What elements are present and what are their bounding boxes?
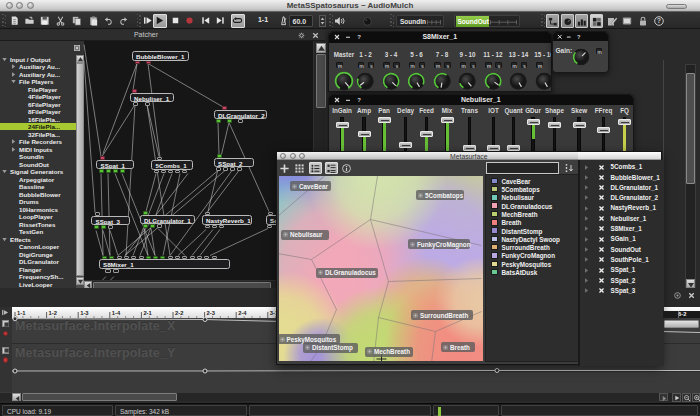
tree-expanded-icon[interactable]	[2, 237, 7, 242]
show-panel-button[interactable]	[621, 15, 633, 27]
palette-item-drums[interactable]: Drums	[0, 198, 76, 206]
port-output[interactable]	[212, 225, 217, 229]
document-comments-button[interactable]	[606, 15, 618, 27]
palette-item-10harmonics[interactable]: 10Harmonics	[0, 205, 76, 213]
tree-collapsed-icon[interactable]	[584, 237, 589, 242]
palette-item-24filepla-[interactable]: 24FilePla...	[0, 123, 76, 131]
port-output[interactable]	[135, 61, 140, 65]
slider-handle[interactable]	[597, 127, 610, 133]
palette-item-dlgranulator[interactable]: DLGranulator	[0, 258, 76, 266]
right-vscroll-thumb[interactable]	[686, 73, 695, 184]
editor-minimize-button[interactable]	[565, 33, 573, 41]
mixer-knob[interactable]	[333, 70, 355, 92]
paste-button[interactable]	[88, 15, 99, 26]
copy-button[interactable]	[71, 15, 82, 26]
slider-handle[interactable]	[441, 117, 454, 123]
port-output[interactable]	[108, 225, 113, 229]
slider-handle[interactable]	[507, 145, 520, 151]
mixer-mute-button[interactable]: m	[409, 62, 416, 69]
palette-item-livelooper[interactable]: LiveLooper	[0, 280, 76, 288]
snapshot-list-item[interactable]: DLGranuladocus	[486, 202, 581, 210]
undo-button[interactable]	[103, 15, 114, 26]
snapshot-label-nebulisaur[interactable]: Nebulisaur	[281, 230, 329, 240]
right-hscroll-thumb[interactable]	[664, 320, 699, 328]
palette-item-loopplayer[interactable]: LoopPlayer	[0, 213, 76, 221]
tree-expanded-icon[interactable]	[2, 169, 7, 174]
exclude-icon[interactable]	[598, 246, 605, 253]
port-output[interactable]	[168, 170, 173, 174]
snapshot-label-5combatops[interactable]: 5Combatops	[416, 190, 464, 200]
cut-button[interactable]	[55, 15, 66, 26]
tree-collapsed-icon[interactable]	[584, 216, 589, 221]
exclude-icon[interactable]	[598, 215, 605, 222]
palette-item-6fileplayer[interactable]: 6FilePlayer	[0, 100, 76, 108]
palette-item-soundout[interactable]: SoundOut	[0, 160, 76, 168]
port-output[interactable]	[120, 169, 125, 173]
patcher-node-sspat_1[interactable]: SSpat_1	[96, 160, 134, 170]
mixer-mute-button[interactable]: m	[336, 62, 343, 69]
help-button[interactable]: ?	[653, 15, 665, 27]
exclude-icon[interactable]	[598, 236, 605, 243]
palette-item-flanger[interactable]: Flanger	[0, 265, 76, 273]
gain-knob[interactable]	[571, 47, 591, 67]
port-input[interactable]	[217, 154, 222, 158]
snapshot-list-item[interactable]: Nebulisaur	[486, 194, 581, 202]
property-item-soundout[interactable]: SoundOut	[580, 244, 664, 254]
patcher-settings-button[interactable]	[297, 31, 306, 40]
tree-collapsed-icon[interactable]	[584, 226, 589, 231]
port-output[interactable]	[157, 224, 162, 228]
property-item-sgain_1[interactable]: SGain_1	[580, 234, 664, 244]
metasurface-info-button[interactable]	[341, 163, 352, 174]
snapshot-list-item[interactable]: NastyDactyl Swoop	[486, 235, 581, 243]
right-scroll-down-button[interactable]	[686, 279, 695, 288]
palette-item-soundin[interactable]: SoundIn	[0, 153, 76, 161]
tree-collapsed-icon[interactable]	[11, 64, 16, 69]
exclude-icon[interactable]	[598, 256, 605, 263]
return-to-start-button[interactable]	[142, 15, 153, 26]
palette-scroll-up-button[interactable]	[76, 55, 84, 63]
slider-handle[interactable]	[378, 117, 391, 123]
palette-item-input-output[interactable]: Input / Output	[0, 55, 76, 63]
snapshot-list-item[interactable]: BatsAtDusk	[486, 268, 581, 276]
skip-to-start-button[interactable]	[200, 15, 211, 26]
view-metasurface-button[interactable]	[590, 14, 603, 28]
exclude-icon[interactable]	[598, 267, 605, 274]
slider-handle[interactable]	[573, 122, 586, 128]
snapshot-list-item[interactable]: CaveBear	[486, 177, 581, 185]
tree-collapsed-icon[interactable]	[584, 288, 589, 293]
palette-item-arpeggiator[interactable]: Arpeggiator	[0, 175, 76, 183]
property-item-5combs_1[interactable]: 5Combs_1	[580, 162, 664, 172]
slider-handle[interactable]	[336, 122, 349, 128]
tree-collapsed-icon[interactable]	[584, 257, 589, 262]
new-button[interactable]	[9, 15, 20, 26]
port-input[interactable]	[222, 106, 227, 110]
tree-collapsed-icon[interactable]	[11, 147, 16, 152]
palette-item-4fileplayer[interactable]: 4FilePlayer	[0, 93, 76, 101]
snapshot-list-item[interactable]: MechBreath	[486, 210, 581, 218]
automation-scroll-right-button[interactable]	[659, 393, 668, 401]
slider-handle[interactable]	[463, 145, 476, 151]
palette-pin-button[interactable]	[73, 44, 81, 52]
port-output[interactable]	[113, 169, 118, 173]
port-output[interactable]	[205, 225, 210, 229]
property-item-nastyreverb_1[interactable]: NastyReverb_1	[580, 203, 664, 213]
port-output[interactable]	[101, 225, 106, 229]
mixer-solo-button[interactable]: s	[393, 62, 400, 69]
palette-scroll-thumb[interactable]	[76, 63, 84, 276]
zoom-in-button[interactable]	[692, 393, 700, 402]
port-output[interactable]	[113, 269, 119, 274]
tree-collapsed-icon[interactable]	[584, 268, 589, 273]
patcher-vscroll-thumb[interactable]	[316, 54, 326, 108]
port-output[interactable]	[230, 167, 235, 171]
palette-item-file-players[interactable]: File Players	[0, 78, 76, 86]
port-output[interactable]	[238, 119, 243, 123]
patcher-node-dlgranulator_2[interactable]: DLGranulator_2	[214, 110, 268, 120]
mixer-knob[interactable]	[381, 71, 401, 91]
mixer-knob[interactable]	[483, 71, 503, 91]
port-output[interactable]	[216, 119, 221, 123]
exclude-icon[interactable]	[598, 277, 605, 284]
tree-collapsed-icon[interactable]	[584, 247, 589, 252]
patcher-node-nastyreverb_1[interactable]: NastyReverb_1	[202, 215, 253, 225]
loop-button[interactable]	[231, 14, 245, 28]
slider-handle[interactable]	[487, 145, 500, 151]
